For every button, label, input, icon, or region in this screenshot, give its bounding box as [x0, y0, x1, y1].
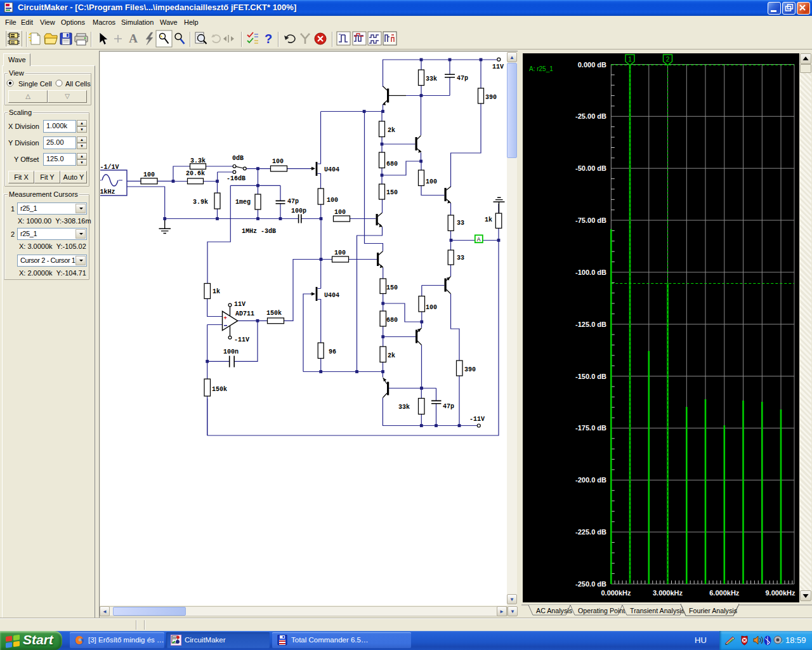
svg-text:-250.0 dB: -250.0 dB	[575, 580, 606, 588]
svg-text:1k: 1k	[213, 288, 220, 295]
svg-text:0dB: 0dB	[232, 155, 244, 162]
svg-text:+: +	[224, 315, 227, 322]
svg-text:A: A	[129, 32, 138, 45]
svg-text:-50.00 dB: -50.00 dB	[575, 164, 606, 172]
svg-text:0.000 dB: 0.000 dB	[578, 61, 606, 69]
svg-text:1MHz -3dB: 1MHz -3dB	[242, 228, 276, 235]
svg-text:3.9k: 3.9k	[193, 199, 208, 206]
svg-text:2k: 2k	[388, 352, 395, 359]
svg-text:100n: 100n	[223, 348, 239, 355]
svg-text:-75.00 dB: -75.00 dB	[575, 216, 606, 224]
svg-text:Operating Point: Operating Point	[578, 607, 625, 614]
svg-text:Fourier Analysis: Fourier Analysis	[689, 607, 737, 614]
svg-text:680: 680	[386, 317, 398, 324]
svg-text:-11V: -11V	[469, 416, 485, 423]
svg-text:150: 150	[386, 189, 398, 196]
svg-text:11V: 11V	[492, 63, 504, 70]
svg-text:AC Analysis: AC Analysis	[536, 607, 572, 614]
svg-text:100: 100	[426, 304, 437, 311]
svg-text:AD711: AD711	[235, 310, 254, 317]
svg-text:33: 33	[457, 255, 464, 262]
svg-text:3.3k: 3.3k	[190, 157, 206, 164]
svg-text:?: ?	[265, 32, 272, 46]
svg-text:6.000kHz: 6.000kHz	[709, 589, 740, 597]
svg-text:U404: U404	[324, 166, 339, 173]
svg-text:100: 100	[143, 171, 155, 178]
svg-text:47p: 47p	[287, 198, 299, 205]
svg-text:0.000kHz: 0.000kHz	[601, 589, 631, 597]
svg-text:2k: 2k	[388, 127, 395, 134]
svg-text:11V: 11V	[234, 301, 246, 308]
svg-text:-225.0 dB: -225.0 dB	[575, 528, 606, 536]
svg-text:150: 150	[386, 284, 398, 291]
svg-text:390: 390	[485, 94, 497, 101]
svg-text:9.000kHz: 9.000kHz	[765, 589, 796, 597]
svg-text:A: A	[477, 236, 481, 243]
svg-text:20.6k: 20.6k	[186, 170, 205, 177]
svg-text:-16dB: -16dB	[226, 175, 246, 182]
svg-text:150k: 150k	[212, 386, 227, 393]
svg-text:-175.0 dB: -175.0 dB	[575, 424, 606, 432]
svg-text:150k: 150k	[266, 310, 282, 317]
svg-text:-11V: -11V	[234, 336, 249, 343]
svg-text:100: 100	[426, 178, 437, 185]
svg-text:680: 680	[386, 161, 398, 168]
svg-text:-125.0 dB: -125.0 dB	[575, 321, 606, 328]
svg-text:100: 100	[327, 197, 338, 204]
svg-text:47p: 47p	[457, 75, 468, 82]
svg-text:A: r25_1: A: r25_1	[529, 65, 553, 72]
svg-text:390: 390	[464, 366, 476, 373]
svg-text:-150.0 dB: -150.0 dB	[575, 373, 606, 380]
svg-text:1meg: 1meg	[235, 199, 251, 206]
svg-text:100p: 100p	[291, 208, 306, 215]
svg-text:100: 100	[272, 158, 284, 165]
svg-text:-1/1V: -1/1V	[100, 164, 119, 171]
svg-text:2: 2	[666, 56, 670, 63]
svg-text:33: 33	[457, 220, 464, 227]
svg-text:3.000kHz: 3.000kHz	[653, 589, 683, 597]
svg-text:100: 100	[334, 209, 346, 216]
svg-text:47p: 47p	[443, 403, 454, 410]
svg-text:33k: 33k	[426, 76, 437, 83]
svg-text:1: 1	[628, 56, 632, 63]
svg-text:U404: U404	[324, 292, 339, 299]
svg-text:100: 100	[334, 249, 346, 256]
svg-text:-100.0 dB: -100.0 dB	[575, 269, 606, 276]
svg-text:96: 96	[329, 348, 336, 355]
svg-text:-200.0 dB: -200.0 dB	[575, 476, 606, 484]
svg-text:1k: 1k	[485, 216, 492, 223]
svg-text:33k: 33k	[398, 404, 410, 411]
svg-text:Transient Analysis: Transient Analysis	[630, 607, 684, 614]
svg-text:1kHz: 1kHz	[100, 189, 115, 196]
svg-text:-25.00 dB: -25.00 dB	[575, 112, 606, 120]
